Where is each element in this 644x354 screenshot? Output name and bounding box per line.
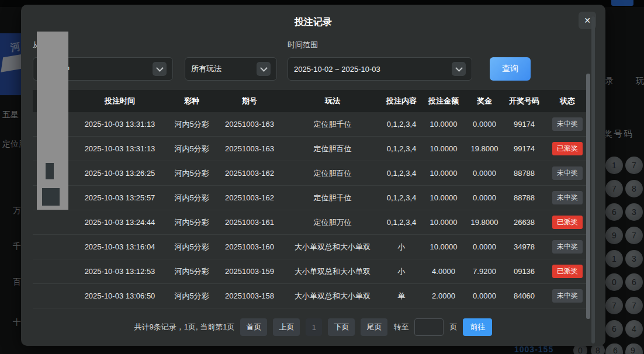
cell-lottery: 河内5分彩 bbox=[167, 144, 216, 154]
table-row: 2025-10-03 13:12:53河内5分彩20251003-159大小单双… bbox=[33, 259, 589, 284]
cell-draw: 09136 bbox=[503, 267, 546, 276]
cell-issue: 20251003-158 bbox=[216, 291, 283, 300]
cell-play: 定位胆百位 bbox=[283, 144, 382, 154]
first-page-button[interactable]: 首页 bbox=[240, 318, 267, 336]
table-body: 2025-10-03 13:31:13河内5分彩20251003-163定位胆千… bbox=[33, 112, 589, 308]
cell-issue: 20251003-163 bbox=[216, 120, 283, 129]
cell-play: 定位胆百位 bbox=[283, 168, 382, 179]
cell-status: 已派奖 bbox=[546, 216, 589, 229]
cell-content: 0,1,2,3,4 bbox=[382, 193, 421, 202]
play-type-select-value: 所有玩法 bbox=[191, 64, 257, 74]
betting-records-modal: 投注记录 ✕ 从 所有彩种 所有玩法 时间范围 2025-10-02 ~ 202… bbox=[21, 5, 605, 346]
cell-prize: 0.0000 bbox=[466, 120, 503, 129]
time-range-select[interactable]: 2025-10-02 ~ 2025-10-03 bbox=[288, 57, 472, 81]
cell-prize: 19.8000 bbox=[466, 144, 503, 153]
cell-issue: 20251003-163 bbox=[216, 144, 283, 153]
cell-issue: 20251003-161 bbox=[216, 218, 283, 227]
goto-label: 转至 bbox=[393, 322, 408, 332]
redaction-mark bbox=[46, 163, 54, 179]
table-row: 2025-10-03 13:24:44河内5分彩20251003-161定位胆万… bbox=[33, 210, 589, 235]
cell-play: 定位胆万位 bbox=[283, 217, 382, 228]
cell-play: 大小单双总和大小单双 bbox=[283, 291, 382, 301]
cell-issue: 20251003-162 bbox=[216, 193, 283, 202]
cell-status: 未中奖 bbox=[546, 240, 589, 254]
cell-lottery: 河内5分彩 bbox=[167, 266, 216, 277]
table-scrollbar[interactable] bbox=[586, 74, 590, 319]
col-lottery: 彩种 bbox=[167, 96, 216, 106]
cell-amount: 2.0000 bbox=[421, 291, 466, 300]
table-row: 2025-10-03 13:16:04河内5分彩20251003-160大小单双… bbox=[33, 235, 589, 259]
modal-scrollbar[interactable] bbox=[591, 16, 595, 343]
cell-amount: 10.0000 bbox=[421, 218, 466, 227]
pagination-summary: 共计9条记录，1页, 当前第1页 bbox=[134, 322, 235, 332]
time-range-select-value: 2025-10-02 ~ 2025-10-03 bbox=[294, 65, 452, 74]
cell-amount: 10.0000 bbox=[421, 120, 466, 129]
cell-draw: 88788 bbox=[503, 193, 546, 202]
goto-page-input[interactable] bbox=[414, 318, 444, 336]
cell-time: 2025-10-03 13:12:53 bbox=[72, 267, 167, 276]
cell-status: 已派奖 bbox=[546, 265, 589, 278]
go-button[interactable]: 前往 bbox=[463, 318, 492, 336]
cell-status: 未中奖 bbox=[546, 289, 589, 303]
cell-time: 2025-10-03 13:16:04 bbox=[72, 242, 167, 251]
col-prize: 奖金 bbox=[466, 96, 503, 106]
cell-lottery: 河内5分彩 bbox=[167, 242, 216, 252]
cell-prize: 19.8000 bbox=[466, 218, 503, 227]
chevron-down-icon bbox=[452, 62, 466, 76]
cell-amount: 10.0000 bbox=[421, 193, 466, 202]
cell-time: 2025-10-03 13:24:44 bbox=[72, 218, 167, 227]
cell-draw: 34978 bbox=[503, 242, 546, 251]
cell-content: 0,1,2,3,4 bbox=[382, 144, 421, 153]
prev-page-button[interactable]: 上页 bbox=[273, 318, 300, 336]
cell-status: 未中奖 bbox=[546, 166, 589, 180]
cell-lottery: 河内5分彩 bbox=[167, 168, 216, 179]
col-amount: 投注金额 bbox=[421, 96, 466, 106]
cell-time: 2025-10-03 13:26:25 bbox=[72, 169, 167, 178]
cell-prize: 0.0000 bbox=[466, 242, 503, 251]
cell-issue: 20251003-159 bbox=[216, 267, 283, 276]
col-draw-number: 开奖号码 bbox=[503, 96, 546, 106]
cell-content: 0,1,2,3,4 bbox=[382, 120, 421, 129]
cell-content: 小 bbox=[382, 242, 421, 252]
table-row: 2025-10-03 13:06:50河内5分彩20251003-158大小单双… bbox=[33, 284, 589, 308]
cell-time: 2025-10-03 13:31:13 bbox=[72, 120, 167, 129]
cell-lottery: 河内5分彩 bbox=[167, 217, 216, 228]
cell-amount: 10.0000 bbox=[421, 169, 466, 178]
next-page-button[interactable]: 下页 bbox=[328, 318, 355, 336]
cell-prize: 0.0000 bbox=[466, 193, 503, 202]
page-suffix-label: 页 bbox=[449, 322, 457, 332]
cell-time: 2025-10-03 13:25:57 bbox=[72, 193, 167, 202]
chevron-down-icon bbox=[153, 62, 167, 76]
col-play: 玩法 bbox=[283, 96, 382, 106]
last-page-button[interactable]: 尾页 bbox=[361, 318, 387, 336]
cell-content: 单 bbox=[382, 291, 421, 301]
col-bet-time: 投注时间 bbox=[72, 96, 167, 106]
table-row: 2025-10-03 13:31:13河内5分彩20251003-163定位胆千… bbox=[33, 112, 589, 137]
screen: 河 五星定位胆万位千位百位十位 录 玩 奖号码 1778639713067764… bbox=[0, 0, 644, 354]
current-page-button[interactable]: 1 bbox=[306, 318, 322, 336]
cell-prize: 0.0000 bbox=[466, 169, 503, 178]
cell-play: 定位胆千位 bbox=[283, 193, 382, 203]
time-range-label: 时间范围 bbox=[288, 40, 318, 50]
status-badge: 未中奖 bbox=[552, 240, 583, 254]
cell-amount: 4.0000 bbox=[421, 267, 466, 276]
status-badge: 未中奖 bbox=[552, 289, 583, 303]
cell-content: 0,1,2,3,4 bbox=[382, 169, 421, 178]
cell-prize: 7.9200 bbox=[466, 267, 503, 276]
status-badge: 已派奖 bbox=[552, 142, 583, 155]
play-type-select[interactable]: 所有玩法 bbox=[185, 57, 277, 81]
col-status: 状态 bbox=[546, 96, 589, 106]
cell-time: 2025-10-03 13:06:50 bbox=[72, 291, 167, 300]
table-row: 2025-10-03 13:25:57河内5分彩20251003-162定位胆千… bbox=[33, 186, 589, 210]
cell-lottery: 河内5分彩 bbox=[167, 193, 216, 203]
cell-draw: 99174 bbox=[503, 120, 546, 129]
status-badge: 未中奖 bbox=[552, 117, 583, 131]
table-header-row: 用户名 投注时间 彩种 期号 玩法 投注内容 投注金额 奖金 开奖号码 状态 bbox=[33, 90, 589, 112]
status-badge: 未中奖 bbox=[552, 166, 583, 180]
table-row: 2025-10-03 13:26:25河内5分彩20251003-162定位胆百… bbox=[33, 161, 589, 186]
cell-draw: 84060 bbox=[503, 291, 546, 300]
cell-status: 已派奖 bbox=[546, 142, 589, 155]
cell-draw: 88788 bbox=[503, 169, 546, 178]
status-badge: 已派奖 bbox=[552, 265, 583, 278]
query-button[interactable]: 查询 bbox=[490, 57, 531, 81]
